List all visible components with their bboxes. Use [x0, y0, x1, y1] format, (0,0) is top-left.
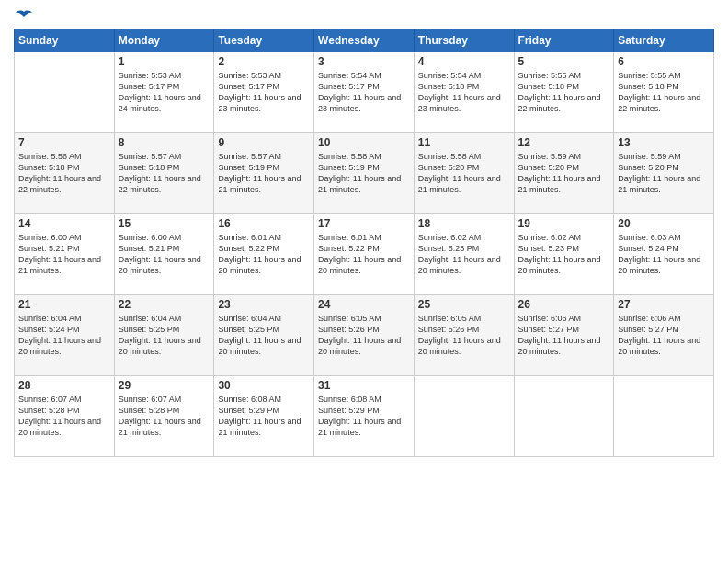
cell-content: Sunrise: 6:01 AMSunset: 5:22 PMDaylight:… — [218, 233, 301, 275]
table-row: 4Sunrise: 5:54 AMSunset: 5:18 PMDaylight… — [414, 52, 514, 133]
cell-content: Sunrise: 6:04 AMSunset: 5:25 PMDaylight:… — [119, 314, 201, 356]
cell-content: Sunrise: 5:58 AMSunset: 5:20 PMDaylight:… — [418, 152, 501, 194]
cell-content: Sunrise: 6:08 AMSunset: 5:29 PMDaylight:… — [318, 395, 401, 437]
col-friday: Friday — [514, 29, 614, 52]
table-row: 12Sunrise: 5:59 AMSunset: 5:20 PMDayligh… — [514, 133, 614, 214]
col-sunday: Sunday — [15, 29, 115, 52]
day-number: 16 — [218, 217, 310, 230]
cell-content: Sunrise: 5:55 AMSunset: 5:18 PMDaylight:… — [518, 71, 601, 113]
cell-content: Sunrise: 5:59 AMSunset: 5:20 PMDaylight:… — [618, 152, 700, 194]
table-row: 1Sunrise: 5:53 AMSunset: 5:17 PMDaylight… — [114, 52, 214, 133]
day-number: 1 — [119, 55, 210, 68]
calendar-week-4: 21Sunrise: 6:04 AMSunset: 5:24 PMDayligh… — [15, 295, 714, 376]
table-row: 24Sunrise: 6:05 AMSunset: 5:26 PMDayligh… — [314, 295, 415, 376]
table-row: 20Sunrise: 6:03 AMSunset: 5:24 PMDayligh… — [614, 214, 714, 295]
table-row: 26Sunrise: 6:06 AMSunset: 5:27 PMDayligh… — [514, 295, 614, 376]
day-number: 27 — [618, 298, 710, 311]
table-row — [514, 376, 614, 457]
day-number: 7 — [18, 136, 110, 149]
table-row: 25Sunrise: 6:05 AMSunset: 5:26 PMDayligh… — [414, 295, 514, 376]
cell-content: Sunrise: 6:05 AMSunset: 5:26 PMDaylight:… — [418, 314, 501, 356]
day-number: 23 — [218, 298, 310, 311]
cell-content: Sunrise: 5:59 AMSunset: 5:20 PMDaylight:… — [518, 152, 601, 194]
cell-content: Sunrise: 6:08 AMSunset: 5:29 PMDaylight:… — [218, 395, 301, 437]
table-row — [15, 52, 115, 133]
table-row: 6Sunrise: 5:55 AMSunset: 5:18 PMDaylight… — [614, 52, 714, 133]
col-wednesday: Wednesday — [314, 29, 415, 52]
day-number: 26 — [518, 298, 610, 311]
cell-content: Sunrise: 5:54 AMSunset: 5:17 PMDaylight:… — [318, 71, 401, 113]
table-row: 18Sunrise: 6:02 AMSunset: 5:23 PMDayligh… — [414, 214, 514, 295]
table-row: 30Sunrise: 6:08 AMSunset: 5:29 PMDayligh… — [214, 376, 314, 457]
table-row: 13Sunrise: 5:59 AMSunset: 5:20 PMDayligh… — [614, 133, 714, 214]
table-row: 27Sunrise: 6:06 AMSunset: 5:27 PMDayligh… — [614, 295, 714, 376]
table-row: 15Sunrise: 6:00 AMSunset: 5:21 PMDayligh… — [114, 214, 214, 295]
day-number: 13 — [618, 136, 710, 149]
day-number: 20 — [618, 217, 710, 230]
day-number: 8 — [119, 136, 210, 149]
table-row: 11Sunrise: 5:58 AMSunset: 5:20 PMDayligh… — [414, 133, 514, 214]
calendar-week-5: 28Sunrise: 6:07 AMSunset: 5:28 PMDayligh… — [15, 376, 714, 457]
col-tuesday: Tuesday — [214, 29, 314, 52]
cell-content: Sunrise: 6:04 AMSunset: 5:24 PMDaylight:… — [18, 314, 101, 356]
table-row: 28Sunrise: 6:07 AMSunset: 5:28 PMDayligh… — [15, 376, 115, 457]
table-row: 17Sunrise: 6:01 AMSunset: 5:22 PMDayligh… — [314, 214, 415, 295]
cell-content: Sunrise: 6:06 AMSunset: 5:27 PMDaylight:… — [618, 314, 700, 356]
logo — [14, 14, 32, 19]
day-number: 15 — [119, 217, 210, 230]
day-number: 9 — [218, 136, 310, 149]
day-number: 18 — [418, 217, 510, 230]
day-number: 12 — [518, 136, 610, 149]
table-row: 2Sunrise: 5:53 AMSunset: 5:17 PMDaylight… — [214, 52, 314, 133]
day-number: 19 — [518, 217, 610, 230]
header — [14, 14, 714, 19]
cell-content: Sunrise: 5:54 AMSunset: 5:18 PMDaylight:… — [418, 71, 501, 113]
cell-content: Sunrise: 5:56 AMSunset: 5:18 PMDaylight:… — [18, 152, 101, 194]
cell-content: Sunrise: 6:00 AMSunset: 5:21 PMDaylight:… — [119, 233, 201, 275]
table-row: 29Sunrise: 6:07 AMSunset: 5:28 PMDayligh… — [114, 376, 214, 457]
table-row: 3Sunrise: 5:54 AMSunset: 5:17 PMDaylight… — [314, 52, 415, 133]
cell-content: Sunrise: 6:06 AMSunset: 5:27 PMDaylight:… — [518, 314, 601, 356]
table-row: 9Sunrise: 5:57 AMSunset: 5:19 PMDaylight… — [214, 133, 314, 214]
table-row: 7Sunrise: 5:56 AMSunset: 5:18 PMDaylight… — [15, 133, 115, 214]
cell-content: Sunrise: 6:07 AMSunset: 5:28 PMDaylight:… — [119, 395, 201, 437]
calendar-week-2: 7Sunrise: 5:56 AMSunset: 5:18 PMDaylight… — [15, 133, 714, 214]
day-number: 6 — [618, 55, 710, 68]
cell-content: Sunrise: 5:57 AMSunset: 5:19 PMDaylight:… — [218, 152, 301, 194]
table-row: 10Sunrise: 5:58 AMSunset: 5:19 PMDayligh… — [314, 133, 415, 214]
cell-content: Sunrise: 5:53 AMSunset: 5:17 PMDaylight:… — [218, 71, 301, 113]
cell-content: Sunrise: 5:58 AMSunset: 5:19 PMDaylight:… — [318, 152, 401, 194]
day-number: 2 — [218, 55, 310, 68]
day-number: 30 — [218, 379, 310, 392]
day-number: 17 — [318, 217, 410, 230]
cell-content: Sunrise: 6:04 AMSunset: 5:25 PMDaylight:… — [218, 314, 301, 356]
day-number: 31 — [318, 379, 410, 392]
day-number: 22 — [119, 298, 210, 311]
header-row: Sunday Monday Tuesday Wednesday Thursday… — [15, 29, 714, 52]
day-number: 4 — [418, 55, 510, 68]
table-row: 8Sunrise: 5:57 AMSunset: 5:18 PMDaylight… — [114, 133, 214, 214]
day-number: 5 — [518, 55, 610, 68]
table-row: 23Sunrise: 6:04 AMSunset: 5:25 PMDayligh… — [214, 295, 314, 376]
cell-content: Sunrise: 5:55 AMSunset: 5:18 PMDaylight:… — [618, 71, 700, 113]
day-number: 24 — [318, 298, 410, 311]
cell-content: Sunrise: 6:02 AMSunset: 5:23 PMDaylight:… — [418, 233, 501, 275]
day-number: 14 — [18, 217, 110, 230]
table-row: 31Sunrise: 6:08 AMSunset: 5:29 PMDayligh… — [314, 376, 415, 457]
cell-content: Sunrise: 6:01 AMSunset: 5:22 PMDaylight:… — [318, 233, 401, 275]
col-thursday: Thursday — [414, 29, 514, 52]
day-number: 11 — [418, 136, 510, 149]
calendar-week-3: 14Sunrise: 6:00 AMSunset: 5:21 PMDayligh… — [15, 214, 714, 295]
page: Sunday Monday Tuesday Wednesday Thursday… — [0, 0, 728, 563]
table-row — [414, 376, 514, 457]
cell-content: Sunrise: 5:53 AMSunset: 5:17 PMDaylight:… — [119, 71, 201, 113]
cell-content: Sunrise: 5:57 AMSunset: 5:18 PMDaylight:… — [119, 152, 201, 194]
day-number: 29 — [119, 379, 210, 392]
table-row: 5Sunrise: 5:55 AMSunset: 5:18 PMDaylight… — [514, 52, 614, 133]
cell-content: Sunrise: 6:00 AMSunset: 5:21 PMDaylight:… — [18, 233, 101, 275]
cell-content: Sunrise: 6:03 AMSunset: 5:24 PMDaylight:… — [618, 233, 700, 275]
table-row: 21Sunrise: 6:04 AMSunset: 5:24 PMDayligh… — [15, 295, 115, 376]
logo-bird-icon — [16, 10, 32, 23]
calendar-week-1: 1Sunrise: 5:53 AMSunset: 5:17 PMDaylight… — [15, 52, 714, 133]
day-number: 21 — [18, 298, 110, 311]
